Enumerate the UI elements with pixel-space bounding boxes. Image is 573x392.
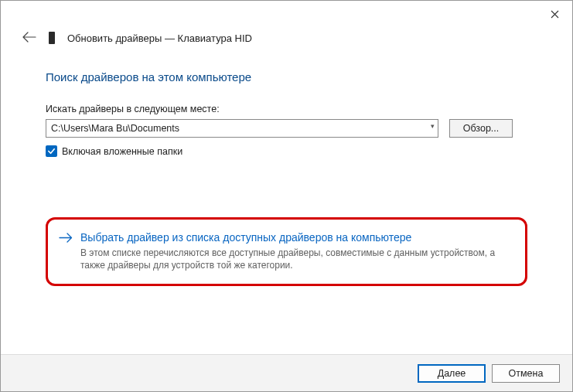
content-area: Поиск драйверов на этом компьютере Искат… (1, 49, 572, 286)
next-button[interactable]: Далее (418, 364, 486, 383)
search-location-label: Искать драйверы в следующем месте: (46, 104, 527, 114)
page-heading: Поиск драйверов на этом компьютере (46, 70, 527, 84)
path-input[interactable] (46, 119, 438, 138)
close-button[interactable] (537, 2, 572, 26)
back-button[interactable] (22, 31, 36, 45)
include-subfolders-checkbox[interactable] (46, 145, 57, 157)
arrow-right-icon (59, 231, 73, 271)
browse-button[interactable]: Обзор... (449, 119, 513, 138)
pick-from-list-option[interactable]: Выбрать драйвер из списка доступных драй… (46, 217, 527, 286)
window-title: Обновить драйверы — Клавиатура HID (67, 32, 252, 44)
arrow-left-icon (22, 32, 36, 43)
include-subfolders-row[interactable]: Включая вложенные папки (46, 145, 527, 157)
cancel-button[interactable]: Отмена (492, 364, 560, 383)
device-icon (49, 32, 55, 44)
titlebar (1, 1, 572, 27)
close-icon (551, 10, 559, 19)
path-row: ▾ Обзор... (46, 119, 527, 138)
pick-description: В этом списке перечисляются все доступны… (80, 247, 498, 271)
pick-text: Выбрать драйвер из списка доступных драй… (80, 230, 498, 271)
checkmark-icon (47, 147, 56, 155)
pick-title: Выбрать драйвер из списка доступных драй… (80, 230, 498, 245)
include-subfolders-label: Включая вложенные папки (62, 146, 182, 157)
footer: Далее Отмена (1, 354, 572, 391)
header-row: Обновить драйверы — Клавиатура HID (1, 27, 572, 49)
path-combobox[interactable]: ▾ (46, 119, 438, 138)
